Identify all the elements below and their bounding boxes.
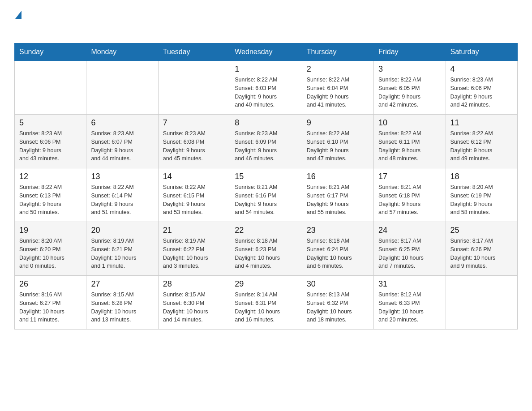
day-number: 29 xyxy=(235,279,297,289)
day-number: 6 xyxy=(91,118,153,128)
calendar-cell: 21Sunrise: 8:19 AM Sunset: 6:22 PM Dayli… xyxy=(158,222,230,276)
day-number: 31 xyxy=(378,279,441,289)
day-info: Sunrise: 8:23 AM Sunset: 6:08 PM Dayligh… xyxy=(163,129,225,163)
week-row-1: 1Sunrise: 8:22 AM Sunset: 6:03 PM Daylig… xyxy=(15,61,518,115)
calendar-cell: 20Sunrise: 8:19 AM Sunset: 6:21 PM Dayli… xyxy=(86,222,158,276)
day-info: Sunrise: 8:22 AM Sunset: 6:15 PM Dayligh… xyxy=(163,183,225,217)
day-info: Sunrise: 8:15 AM Sunset: 6:28 PM Dayligh… xyxy=(91,291,153,324)
day-info: Sunrise: 8:21 AM Sunset: 6:18 PM Dayligh… xyxy=(378,183,441,217)
week-row-2: 5Sunrise: 8:23 AM Sunset: 6:06 PM Daylig… xyxy=(15,115,518,168)
days-header-row: SundayMondayTuesdayWednesdayThursdayFrid… xyxy=(15,43,518,61)
calendar-cell: 26Sunrise: 8:16 AM Sunset: 6:27 PM Dayli… xyxy=(15,276,86,330)
calendar-cell: 19Sunrise: 8:20 AM Sunset: 6:20 PM Dayli… xyxy=(15,222,86,276)
calendar-cell: 15Sunrise: 8:21 AM Sunset: 6:16 PM Dayli… xyxy=(230,168,302,222)
day-number: 22 xyxy=(235,226,297,235)
day-number: 11 xyxy=(450,118,513,128)
day-number: 18 xyxy=(450,172,513,181)
calendar-cell: 5Sunrise: 8:23 AM Sunset: 6:06 PM Daylig… xyxy=(15,115,86,168)
calendar-cell: 4Sunrise: 8:23 AM Sunset: 6:06 PM Daylig… xyxy=(446,61,517,115)
calendar-cell: 30Sunrise: 8:13 AM Sunset: 6:32 PM Dayli… xyxy=(302,276,373,330)
calendar-cell: 17Sunrise: 8:21 AM Sunset: 6:18 PM Dayli… xyxy=(374,168,446,222)
day-info: Sunrise: 8:14 AM Sunset: 6:31 PM Dayligh… xyxy=(235,291,297,324)
day-info: Sunrise: 8:12 AM Sunset: 6:33 PM Dayligh… xyxy=(378,291,441,324)
day-info: Sunrise: 8:18 AM Sunset: 6:23 PM Dayligh… xyxy=(235,237,297,270)
header-thursday: Thursday xyxy=(302,43,373,61)
day-info: Sunrise: 8:20 AM Sunset: 6:20 PM Dayligh… xyxy=(19,237,82,270)
day-info: Sunrise: 8:23 AM Sunset: 6:09 PM Dayligh… xyxy=(235,129,297,163)
calendar-cell: 14Sunrise: 8:22 AM Sunset: 6:15 PM Dayli… xyxy=(158,168,230,222)
header-friday: Friday xyxy=(374,43,446,61)
calendar-cell: 9Sunrise: 8:22 AM Sunset: 6:10 PM Daylig… xyxy=(302,115,373,168)
day-info: Sunrise: 8:19 AM Sunset: 6:22 PM Dayligh… xyxy=(163,237,225,270)
calendar-cell: 13Sunrise: 8:22 AM Sunset: 6:14 PM Dayli… xyxy=(86,168,158,222)
day-number: 1 xyxy=(235,64,297,74)
day-number: 15 xyxy=(235,172,297,181)
calendar-cell: 6Sunrise: 8:23 AM Sunset: 6:07 PM Daylig… xyxy=(86,115,158,168)
calendar-cell: 31Sunrise: 8:12 AM Sunset: 6:33 PM Dayli… xyxy=(374,276,446,330)
calendar-cell: 28Sunrise: 8:15 AM Sunset: 6:30 PM Dayli… xyxy=(158,276,230,330)
day-number: 24 xyxy=(378,226,441,235)
calendar-cell xyxy=(158,61,230,115)
header-sunday: Sunday xyxy=(15,43,86,61)
day-info: Sunrise: 8:16 AM Sunset: 6:27 PM Dayligh… xyxy=(19,291,82,324)
day-number: 19 xyxy=(19,226,82,235)
calendar-cell: 11Sunrise: 8:22 AM Sunset: 6:12 PM Dayli… xyxy=(446,115,517,168)
calendar-cell: 23Sunrise: 8:18 AM Sunset: 6:24 PM Dayli… xyxy=(302,222,373,276)
header-tuesday: Tuesday xyxy=(158,43,230,61)
calendar-cell: 12Sunrise: 8:22 AM Sunset: 6:13 PM Dayli… xyxy=(15,168,86,222)
header-wednesday: Wednesday xyxy=(230,43,302,61)
calendar-cell: 29Sunrise: 8:14 AM Sunset: 6:31 PM Dayli… xyxy=(230,276,302,330)
calendar-cell: 7Sunrise: 8:23 AM Sunset: 6:08 PM Daylig… xyxy=(158,115,230,168)
day-number: 26 xyxy=(19,279,82,289)
day-number: 10 xyxy=(378,118,441,128)
calendar-cell xyxy=(86,61,158,115)
header-saturday: Saturday xyxy=(446,43,517,61)
day-info: Sunrise: 8:20 AM Sunset: 6:19 PM Dayligh… xyxy=(450,183,513,217)
week-row-4: 19Sunrise: 8:20 AM Sunset: 6:20 PM Dayli… xyxy=(15,222,518,276)
day-info: Sunrise: 8:22 AM Sunset: 6:11 PM Dayligh… xyxy=(378,129,441,163)
calendar-cell: 16Sunrise: 8:21 AM Sunset: 6:17 PM Dayli… xyxy=(302,168,373,222)
day-number: 20 xyxy=(91,226,153,235)
header-monday: Monday xyxy=(86,43,158,61)
day-info: Sunrise: 8:22 AM Sunset: 6:14 PM Dayligh… xyxy=(91,183,153,217)
day-number: 21 xyxy=(163,226,225,235)
day-number: 16 xyxy=(307,172,369,181)
day-number: 4 xyxy=(450,64,513,74)
day-number: 12 xyxy=(19,172,82,181)
day-info: Sunrise: 8:21 AM Sunset: 6:17 PM Dayligh… xyxy=(307,183,369,217)
day-number: 17 xyxy=(378,172,441,181)
day-info: Sunrise: 8:15 AM Sunset: 6:30 PM Dayligh… xyxy=(163,291,225,324)
week-row-5: 26Sunrise: 8:16 AM Sunset: 6:27 PM Dayli… xyxy=(15,276,518,330)
day-info: Sunrise: 8:19 AM Sunset: 6:21 PM Dayligh… xyxy=(91,237,153,270)
calendar-cell: 24Sunrise: 8:17 AM Sunset: 6:25 PM Dayli… xyxy=(374,222,446,276)
day-number: 14 xyxy=(163,172,225,181)
day-number: 3 xyxy=(378,64,441,74)
day-number: 28 xyxy=(163,279,225,289)
day-info: Sunrise: 8:18 AM Sunset: 6:24 PM Dayligh… xyxy=(307,237,369,270)
day-number: 7 xyxy=(163,118,225,128)
day-info: Sunrise: 8:23 AM Sunset: 6:06 PM Dayligh… xyxy=(19,129,82,163)
calendar-cell: 8Sunrise: 8:23 AM Sunset: 6:09 PM Daylig… xyxy=(230,115,302,168)
logo xyxy=(14,11,21,35)
day-number: 5 xyxy=(19,118,82,128)
day-number: 2 xyxy=(307,64,369,74)
day-info: Sunrise: 8:17 AM Sunset: 6:25 PM Dayligh… xyxy=(378,237,441,270)
day-info: Sunrise: 8:22 AM Sunset: 6:03 PM Dayligh… xyxy=(235,76,297,109)
calendar-cell: 18Sunrise: 8:20 AM Sunset: 6:19 PM Dayli… xyxy=(446,168,517,222)
day-number: 13 xyxy=(91,172,153,181)
day-number: 8 xyxy=(235,118,297,128)
day-number: 30 xyxy=(307,279,369,289)
calendar-cell: 1Sunrise: 8:22 AM Sunset: 6:03 PM Daylig… xyxy=(230,61,302,115)
day-info: Sunrise: 8:22 AM Sunset: 6:05 PM Dayligh… xyxy=(378,76,441,109)
day-info: Sunrise: 8:22 AM Sunset: 6:13 PM Dayligh… xyxy=(19,183,82,217)
day-number: 9 xyxy=(307,118,369,128)
week-row-3: 12Sunrise: 8:22 AM Sunset: 6:13 PM Dayli… xyxy=(15,168,518,222)
day-info: Sunrise: 8:22 AM Sunset: 6:12 PM Dayligh… xyxy=(450,129,513,163)
day-info: Sunrise: 8:23 AM Sunset: 6:07 PM Dayligh… xyxy=(91,129,153,163)
day-number: 27 xyxy=(91,279,153,289)
calendar-cell: 25Sunrise: 8:17 AM Sunset: 6:26 PM Dayli… xyxy=(446,222,517,276)
svg-marker-0 xyxy=(15,11,21,19)
day-info: Sunrise: 8:23 AM Sunset: 6:06 PM Dayligh… xyxy=(450,76,513,109)
calendar-cell: 3Sunrise: 8:22 AM Sunset: 6:05 PM Daylig… xyxy=(374,61,446,115)
calendar-cell xyxy=(15,61,86,115)
